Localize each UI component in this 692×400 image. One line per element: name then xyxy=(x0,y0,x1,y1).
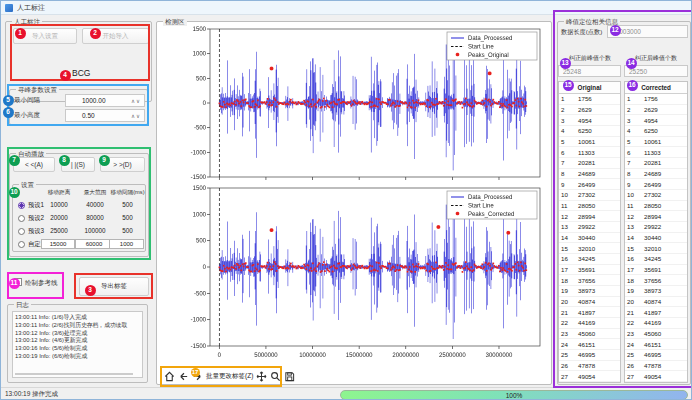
bottom-signal-chart[interactable] xyxy=(176,183,548,361)
som-mark-2: 2 xyxy=(90,28,101,39)
som-mark-17: 17 xyxy=(191,368,200,377)
som-annotation-box xyxy=(7,84,149,126)
som-mark-3: 3 xyxy=(85,285,96,296)
som-mark-10: 10 xyxy=(9,187,20,198)
som-mark-4: 4 xyxy=(60,70,71,81)
app-window: 人工标注 人工标注 导入设置 开始导入 BCG 寻峰参数设置 最小间隔 1000… xyxy=(0,0,692,400)
status-text: 13:00:19 操作完成 xyxy=(5,390,58,399)
log-group: 日志 13:00:11 Info: (1/6)导入完成13:00:11 Info… xyxy=(7,304,148,383)
som-annotation-box xyxy=(7,147,151,260)
som-mark-8: 8 xyxy=(59,155,70,166)
som-mark-13: 13 xyxy=(560,58,571,69)
log-area[interactable]: 13:00:11 Info: (1/6)导入完成13:00:11 Info: (… xyxy=(12,311,143,378)
som-mark-6: 6 xyxy=(3,107,14,118)
log-line: 13:00:11 Info: (1/6)导入完成 xyxy=(13,314,142,322)
som-mark-9: 9 xyxy=(99,155,110,166)
som-mark-16: 16 xyxy=(627,80,638,91)
status-bar: 13:00:19 操作完成 100% xyxy=(1,387,692,400)
log-hscrollbar[interactable] xyxy=(15,373,133,375)
progress-bar: 100% xyxy=(340,390,688,400)
som-mark-1: 1 xyxy=(15,28,26,39)
som-annotation-box xyxy=(10,24,150,81)
log-line: 13:00:11 Info: (2/6)找到历史存档，成功读取 xyxy=(13,322,142,330)
progress-label: 100% xyxy=(506,392,523,399)
som-annotation-box xyxy=(160,366,282,387)
som-annotation-box xyxy=(553,10,692,388)
log-line: 13:00:19 Info: (6/6)绘制完成 xyxy=(13,353,142,361)
log-group-label: 日志 xyxy=(14,300,31,309)
top-signal-chart[interactable] xyxy=(176,25,548,181)
som-mark-7: 7 xyxy=(9,155,20,166)
som-mark-14: 14 xyxy=(626,58,637,69)
som-mark-12: 12 xyxy=(610,25,621,36)
app-icon xyxy=(5,4,13,12)
save-icon[interactable] xyxy=(284,371,295,382)
som-mark-5: 5 xyxy=(3,95,14,106)
som-mark-15: 15 xyxy=(563,80,574,91)
log-line: 13:00:16 Info: (5/6)绘制完成 xyxy=(13,345,142,353)
som-mark-11: 11 xyxy=(9,278,20,289)
window-title: 人工标注 xyxy=(17,1,45,14)
